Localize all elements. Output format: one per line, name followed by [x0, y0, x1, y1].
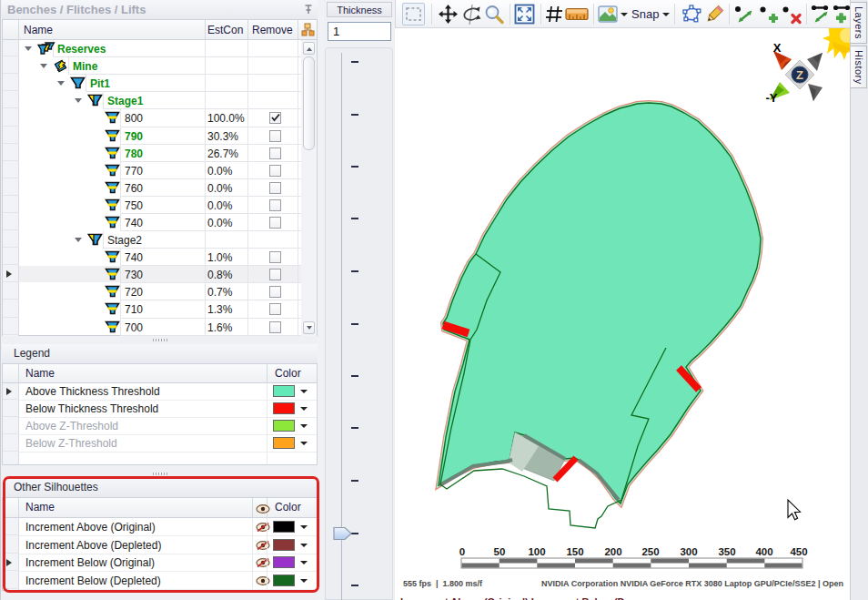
svg-text:250: 250: [641, 546, 659, 557]
svg-text:100: 100: [528, 546, 545, 557]
svg-text:300: 300: [680, 546, 697, 557]
svg-text:50: 50: [494, 546, 506, 557]
svg-text:200: 200: [604, 546, 621, 557]
svg-text:0: 0: [459, 546, 465, 557]
svg-text:350: 350: [718, 546, 735, 557]
svg-text:Z: Z: [796, 68, 803, 82]
svg-text:-Y: -Y: [766, 91, 778, 105]
svg-text:X: X: [773, 41, 782, 55]
svg-text:150: 150: [566, 546, 583, 557]
svg-text:450: 450: [790, 546, 807, 557]
svg-text:400: 400: [755, 546, 772, 557]
